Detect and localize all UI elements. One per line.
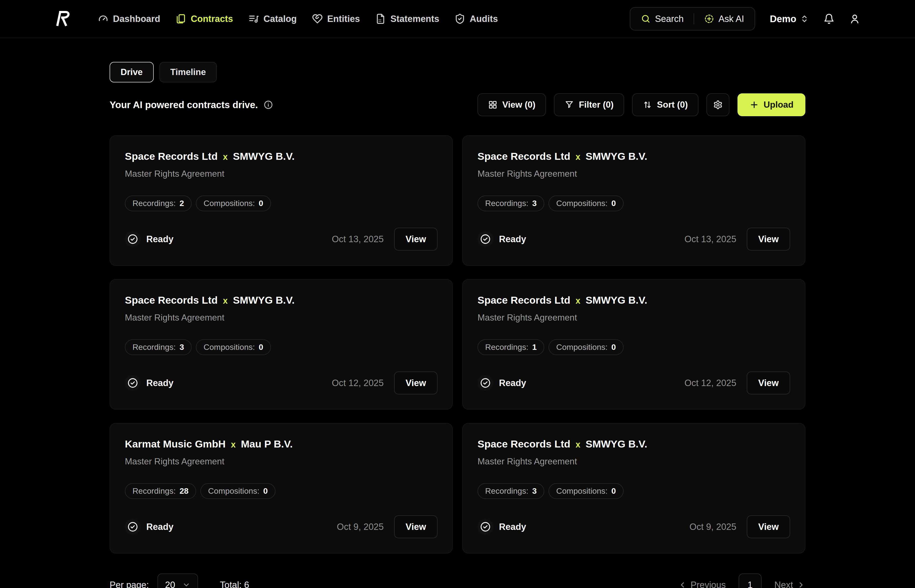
compositions-badge: Compositions: 0 [196,339,271,355]
status-badge: Ready [125,375,173,391]
nav-item-audits[interactable]: Audits [454,13,498,24]
upload-button[interactable]: Upload [737,94,805,116]
view-contract-button[interactable]: View [747,228,790,250]
r-logo-icon [55,10,70,28]
arrow-up-down-icon [643,100,652,110]
recordings-label: Recordings: [133,486,176,496]
filter-button[interactable]: Filter (0) [554,94,624,116]
divider [694,13,694,24]
chevron-down-icon [182,581,190,588]
card-date: Oct 13, 2025 [332,234,384,244]
search-icon [641,14,651,24]
chevron-right-icon [797,581,805,588]
per-page-select[interactable]: 20 [157,573,198,588]
agreement-type: Master Rights Agreement [125,313,437,323]
nav-item-contracts[interactable]: Contracts [175,13,233,24]
view-contract-button[interactable]: View [394,228,437,250]
nav-label: Audits [470,14,498,24]
recordings-badge: Recordings: 3 [478,483,544,499]
card-badges: Recordings: 3 Compositions: 0 [478,483,790,499]
pager: Previous 1 Next [678,573,805,588]
funnel-icon [565,100,574,110]
workspace-switcher[interactable]: Demo [770,14,809,24]
search-button[interactable]: Search [641,14,683,24]
check-circle-icon [125,231,141,247]
chevron-left-icon [678,581,687,588]
page-subtitle: Your AI powered contracts drive. [110,100,273,110]
compositions-value: 0 [611,199,616,208]
gear-icon [713,100,723,110]
app-logo[interactable] [55,10,70,28]
view-contract-button[interactable]: View [394,515,437,538]
card-header: Space Records Ltd x SMWYG B.V. Master Ri… [125,150,437,179]
info-icon[interactable] [264,100,273,110]
sort-button-label: Sort (0) [657,100,688,110]
status-badge: Ready [125,231,173,247]
filter-button-label: Filter (0) [579,100,614,110]
status-label: Ready [146,378,173,388]
nav-item-statements[interactable]: Statements [375,13,439,24]
compositions-value: 0 [611,486,616,496]
recordings-label: Recordings: [485,342,528,352]
search-label: Search [655,14,683,24]
view-contract-button[interactable]: View [747,515,790,538]
plus-icon [750,100,759,110]
settings-button[interactable] [706,94,729,116]
card-title: Space Records Ltd x SMWYG B.V. [478,150,790,162]
page-number-button[interactable]: 1 [738,573,761,588]
recordings-value: 3 [532,199,537,208]
card-date: Oct 13, 2025 [684,234,736,244]
toolbar: View (0) Filter (0) Sort (0) [478,94,805,116]
x-connector: x [576,152,580,162]
per-page-label: Per page: [110,580,149,588]
bell-icon [824,13,834,24]
contracts-grid: Space Records Ltd x SMWYG B.V. Master Ri… [110,135,805,554]
contract-card: Space Records Ltd x SMWYG B.V. Master Ri… [462,423,805,554]
status-label: Ready [499,378,526,388]
view-contract-button[interactable]: View [394,372,437,394]
nav-item-dashboard[interactable]: Dashboard [98,13,160,24]
compositions-badge: Compositions: 0 [549,483,623,499]
status-badge: Ready [478,375,526,391]
party-a: Karmat Music GmbH [125,438,226,450]
status-badge: Ready [125,519,173,535]
card-header: Space Records Ltd x SMWYG B.V. Master Ri… [478,150,790,179]
view-contract-button[interactable]: View [747,372,790,394]
card-title: Space Records Ltd x SMWYG B.V. [478,294,790,306]
tab-timeline[interactable]: Timeline [159,62,217,82]
nav-item-catalog[interactable]: Catalog [248,13,297,24]
card-badges: Recordings: 28 Compositions: 0 [125,483,437,499]
tab-drive[interactable]: Drive [110,62,154,82]
view-button[interactable]: View (0) [478,94,546,116]
recordings-value: 3 [532,486,537,496]
x-connector: x [223,296,228,306]
status-badge: Ready [478,519,526,535]
nav-label: Dashboard [113,14,160,24]
compositions-label: Compositions: [208,486,259,496]
party-a: Space Records Ltd [478,294,570,306]
party-b: SMWYG B.V. [233,294,295,306]
agreement-type: Master Rights Agreement [478,457,790,467]
previous-button[interactable]: Previous [678,580,726,588]
per-page-value: 20 [165,580,175,588]
ask-ai-label: Ask AI [718,14,744,24]
card-header: Space Records Ltd x SMWYG B.V. Master Ri… [478,294,790,323]
nav-item-entities[interactable]: Entities [312,13,360,24]
account-button[interactable] [849,13,860,24]
notifications-button[interactable] [824,13,834,24]
next-label: Next [774,580,793,588]
contract-card: Karmat Music GmbH x Mau P B.V. Master Ri… [110,423,453,554]
sort-button[interactable]: Sort (0) [632,94,698,116]
card-header: Karmat Music GmbH x Mau P B.V. Master Ri… [125,438,437,467]
card-header: Space Records Ltd x SMWYG B.V. Master Ri… [125,294,437,323]
recordings-label: Recordings: [133,199,176,208]
card-footer: Ready Oct 13, 2025 View [125,228,437,250]
ask-ai-button[interactable]: Ask AI [704,14,744,24]
next-button[interactable]: Next [774,580,805,588]
agreement-type: Master Rights Agreement [478,169,790,179]
card-footer: Ready Oct 13, 2025 View [478,228,790,250]
party-b: SMWYG B.V. [586,438,648,450]
upload-button-label: Upload [764,100,794,110]
recordings-value: 3 [180,342,184,352]
compositions-value: 0 [263,486,268,496]
